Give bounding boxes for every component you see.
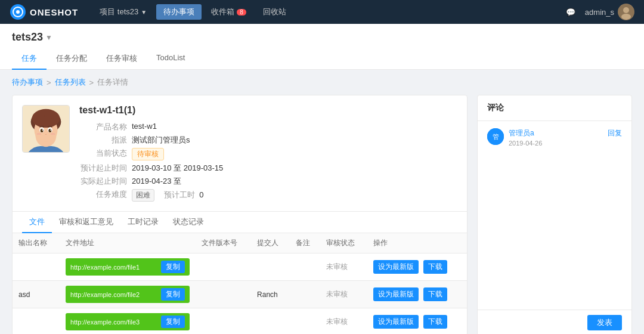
cell-submitter-3 <box>251 308 290 335</box>
project-title: tets23 ▼ <box>12 31 632 44</box>
cell-version-1 <box>196 253 251 281</box>
breadcrumb-sep2: > <box>89 78 94 87</box>
nav-project-label: 项目 tets23 <box>100 7 138 17</box>
tab-review[interactable]: 任务审核 <box>97 48 147 70</box>
table-row: http://example.com/file3 复制 未审核 设为最新版 <box>13 308 467 335</box>
task-actual-start: 2019-04-23 至 <box>132 176 457 187</box>
cell-name-2: asd <box>13 281 60 308</box>
tab-assign[interactable]: 任务分配 <box>47 48 97 70</box>
svg-point-2 <box>16 10 20 14</box>
svg-point-15 <box>50 129 51 131</box>
task-avatar <box>22 105 70 153</box>
col-ops: 操作 <box>367 233 467 253</box>
copy-button-1[interactable]: 复制 <box>161 261 185 273</box>
task-title: test-w1-t1(1) <box>79 105 457 116</box>
task-info: test-w1-t1(1) 产品名称 test-w1 指派 测试部门管理员s 当… <box>79 105 457 202</box>
file-table-container: 输出名称 文件地址 文件版本号 提交人 备注 审核状态 操作 <box>13 233 467 334</box>
cell-name-1 <box>13 253 60 281</box>
label-product-name: 产品名称 <box>79 122 127 132</box>
task-header: test-w1-t1(1) 产品名称 test-w1 指派 测试部门管理员s 当… <box>13 95 467 212</box>
nav-inbox[interactable]: 收件箱 8 <box>204 4 253 20</box>
svg-point-5 <box>621 14 631 20</box>
nav-recycle[interactable]: 回收站 <box>256 4 293 20</box>
label-status: 当前状态 <box>79 148 127 160</box>
cell-version-2 <box>196 281 251 308</box>
col-file-url: 文件地址 <box>60 233 196 253</box>
project-title-text: tets23 <box>12 31 43 44</box>
download-button-3[interactable]: 下载 <box>423 315 447 329</box>
label-difficulty: 任务难度 <box>79 189 127 202</box>
sub-tabs: 文件 审核和返工意见 工时记录 状态记录 <box>13 212 467 233</box>
nav-project[interactable]: 项目 tets23 ▼ <box>92 4 154 20</box>
task-product-name: test-w1 <box>132 122 457 132</box>
breadcrumb-todo[interactable]: 待办事项 <box>12 77 43 88</box>
svg-text:管: 管 <box>493 133 499 140</box>
table-row: asd http://example.com/file2 复制 Ranch 未审… <box>13 281 467 308</box>
download-button-2[interactable]: 下载 <box>423 287 447 301</box>
message-icon[interactable]: 💬 <box>564 5 578 19</box>
svg-point-9 <box>32 109 60 128</box>
comment-footer: 发表 <box>478 310 631 334</box>
cell-review-status-2: 未审核 <box>320 281 367 308</box>
nav-todo-label: 待办事项 <box>163 7 194 17</box>
header: ONESHOT 项目 tets23 ▼ 待办事项 收件箱 8 回收站 💬 adm… <box>0 0 644 24</box>
tab-todolist[interactable]: TodoList <box>147 48 194 70</box>
main-content: test-w1-t1(1) 产品名称 test-w1 指派 测试部门管理员s 当… <box>0 95 644 334</box>
col-output-name: 输出名称 <box>13 233 60 253</box>
send-button[interactable]: 发表 <box>587 315 622 330</box>
project-title-chevron[interactable]: ▼ <box>45 33 52 42</box>
svg-point-14 <box>42 129 43 131</box>
sub-tab-review-opinion[interactable]: 审核和返工意见 <box>52 212 120 233</box>
reply-button[interactable]: 回复 <box>608 128 622 138</box>
project-tabs: 任务 任务分配 任务审核 TodoList <box>12 48 632 69</box>
cell-note-1 <box>290 253 320 281</box>
set-latest-button-2[interactable]: 设为最新版 <box>373 287 419 301</box>
label-assignee: 指派 <box>79 135 127 146</box>
chevron-down-icon: ▼ <box>141 9 147 16</box>
task-detail: test-w1-t1(1) 产品名称 test-w1 指派 测试部门管理员s 当… <box>12 95 467 334</box>
cell-ops-3: 设为最新版 下载 <box>367 308 467 335</box>
copy-button-2[interactable]: 复制 <box>161 288 185 301</box>
label-actual-start: 实际起止时间 <box>79 176 127 187</box>
sub-tab-status-record[interactable]: 状态记录 <box>166 212 211 233</box>
cell-version-3 <box>196 308 251 335</box>
file-url-container-1: http://example.com/file1 复制 <box>66 258 190 276</box>
nav-todo[interactable]: 待办事项 <box>156 4 202 20</box>
sub-tab-work-hours[interactable]: 工时记录 <box>120 212 166 233</box>
comment-panel: 评论 管 管理员a 回复 2019-04-26 发表 <box>477 95 632 334</box>
cell-submitter-2: Ranch <box>251 281 290 308</box>
set-latest-button-1[interactable]: 设为最新版 <box>373 260 419 274</box>
comment-item: 管 管理员a 回复 2019-04-26 <box>487 128 622 147</box>
logo-text: ONESHOT <box>30 7 78 17</box>
logo[interactable]: ONESHOT <box>10 4 78 20</box>
cell-ops-1: 设为最新版 下载 <box>367 253 467 281</box>
task-status: 待审核 <box>132 148 457 160</box>
review-status-badge-3: 未审核 <box>326 317 348 326</box>
copy-button-3[interactable]: 复制 <box>161 316 185 328</box>
breadcrumb-sep1: > <box>47 78 51 87</box>
tab-task[interactable]: 任务 <box>12 48 47 70</box>
task-meta: 产品名称 test-w1 指派 测试部门管理员s 当前状态 待审核 预计起止时间… <box>79 122 457 202</box>
task-assignee: 测试部门管理员s <box>132 135 457 146</box>
cell-note-3 <box>290 308 320 335</box>
inbox-badge: 8 <box>237 9 246 16</box>
set-latest-button-3[interactable]: 设为最新版 <box>373 315 419 329</box>
cell-submitter-1 <box>251 253 290 281</box>
nav-inbox-label: 收件箱 <box>211 7 234 17</box>
difficulty-tag: 困难 <box>132 189 154 202</box>
col-review-status: 审核状态 <box>320 233 367 253</box>
task-difficulty: 困难 预计工时 0 <box>132 189 457 202</box>
header-nav: 项目 tets23 ▼ 待办事项 收件箱 8 回收站 <box>92 4 564 20</box>
cell-url-3: http://example.com/file3 复制 <box>60 308 196 335</box>
breadcrumb-tasklist[interactable]: 任务列表 <box>55 77 86 88</box>
table-row: http://example.com/file1 复制 未审核 设为最新版 <box>13 253 467 281</box>
user-info[interactable]: admin_s <box>585 4 634 20</box>
sub-tab-file[interactable]: 文件 <box>22 212 52 233</box>
cell-name-3 <box>13 308 60 335</box>
label-planned-period: 预计起止时间 <box>79 163 127 174</box>
svg-point-13 <box>48 129 51 132</box>
task-planned-period: 2019-03-10 至 2019-03-15 <box>132 163 457 174</box>
review-status-badge-1: 未审核 <box>326 262 348 271</box>
comment-header: 评论 <box>478 95 631 121</box>
download-button-1[interactable]: 下载 <box>423 260 447 274</box>
